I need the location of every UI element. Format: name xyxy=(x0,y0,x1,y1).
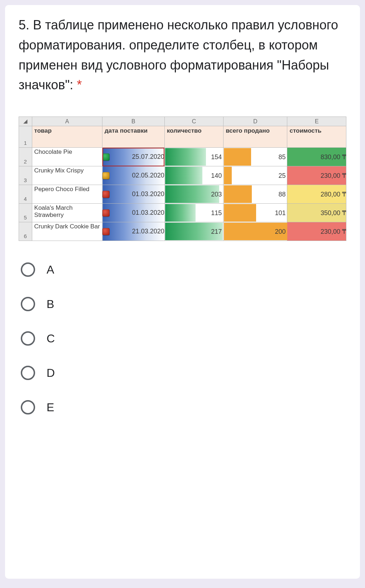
cost-cell: 830,00 ₸ xyxy=(287,148,346,166)
header-sold: всего продано xyxy=(224,126,287,148)
date-value: 25.07.2020 xyxy=(132,153,164,161)
cost-cell: 230,00 ₸ xyxy=(287,222,346,241)
radio-circle-icon[interactable] xyxy=(21,297,35,311)
sold-cell: 25 xyxy=(224,166,287,185)
qty-value: 115 xyxy=(211,209,222,217)
question-text-body: В таблице применено несколько правил усл… xyxy=(19,18,338,92)
product-cell: Koala's March Strawberry xyxy=(32,204,102,222)
row-number: 1 xyxy=(19,126,32,148)
red-square-icon xyxy=(102,191,110,198)
qty-cell: 115 xyxy=(164,204,224,222)
col-letter: E xyxy=(287,117,346,126)
qty-value: 154 xyxy=(211,153,222,161)
qty-value: 203 xyxy=(211,190,222,198)
options-group: ABCDE xyxy=(19,262,346,414)
cost-cell: 350,00 ₸ xyxy=(287,204,346,222)
product-cell: Pepero Choco Filled xyxy=(32,185,102,204)
sold-value: 200 xyxy=(275,228,285,235)
radio-circle-icon[interactable] xyxy=(21,366,35,380)
header-product: товар xyxy=(32,126,102,148)
header-qty: количество xyxy=(164,126,224,148)
qty-cell: 217 xyxy=(164,222,224,241)
yellow-square-icon xyxy=(102,172,110,179)
red-square-icon xyxy=(102,228,110,235)
qty-cell: 140 xyxy=(164,166,224,185)
table-row: 4Pepero Choco Filled01.03.202020388280,0… xyxy=(19,185,346,204)
column-letter-row: ◢ A B C D E xyxy=(19,117,346,126)
green-square-icon xyxy=(102,153,110,161)
green-data-bar xyxy=(165,204,196,222)
qty-cell: 203 xyxy=(164,185,224,204)
radio-option-D[interactable]: D xyxy=(21,366,346,380)
orange-data-bar xyxy=(224,148,251,166)
date-cell: 21.03.2020 xyxy=(102,222,165,241)
question-card: 5. В таблице применено несколько правил … xyxy=(5,5,360,579)
cost-cell: 280,00 ₸ xyxy=(287,185,346,204)
header-row: 1 товар дата поставки количество всего п… xyxy=(19,126,346,148)
table-row: 3Crunky Mix Crispy02.05.202014025230,00 … xyxy=(19,166,346,185)
select-all-corner: ◢ xyxy=(19,117,32,126)
sold-value: 88 xyxy=(278,190,285,198)
sold-cell: 200 xyxy=(224,222,287,241)
product-cell: Crunky Dark Cookie Bar xyxy=(32,222,102,241)
sold-cell: 85 xyxy=(224,148,287,166)
red-square-icon xyxy=(102,209,110,217)
qty-value: 140 xyxy=(211,172,222,179)
date-cell: 25.07.2020 xyxy=(102,148,165,166)
radio-option-B[interactable]: B xyxy=(21,297,346,311)
product-cell: Chocolate Pie xyxy=(32,148,102,166)
option-label: C xyxy=(47,332,55,345)
radio-option-C[interactable]: C xyxy=(21,331,346,346)
sold-cell: 101 xyxy=(224,204,287,222)
date-cell: 01.03.2020 xyxy=(102,204,165,222)
header-date: дата поставки xyxy=(102,126,165,148)
date-value: 21.03.2020 xyxy=(132,228,164,235)
cost-cell: 230,00 ₸ xyxy=(287,166,346,185)
date-cell: 01.03.2020 xyxy=(102,185,165,204)
col-letter: D xyxy=(224,117,287,126)
date-value: 02.05.2020 xyxy=(132,172,164,179)
row-number: 2 xyxy=(19,148,32,166)
table-row: 2Chocolate Pie25.07.202015485830,00 ₸ xyxy=(19,148,346,166)
radio-circle-icon[interactable] xyxy=(21,331,35,346)
col-letter: B xyxy=(102,117,165,126)
sold-value: 85 xyxy=(278,153,285,161)
radio-option-A[interactable]: A xyxy=(21,262,346,277)
col-letter: A xyxy=(32,117,102,126)
col-letter: C xyxy=(164,117,224,126)
date-value: 01.03.2020 xyxy=(132,190,164,198)
spreadsheet-image: ◢ A B C D E 1 товар дата поставки количе… xyxy=(19,117,346,241)
table-row: 6Crunky Dark Cookie Bar21.03.20202172002… xyxy=(19,222,346,241)
orange-data-bar xyxy=(224,167,232,184)
green-data-bar xyxy=(165,148,206,166)
radio-option-E[interactable]: E xyxy=(21,400,346,414)
row-number: 4 xyxy=(19,185,32,204)
radio-circle-icon[interactable] xyxy=(21,400,35,414)
required-asterisk: * xyxy=(77,77,82,92)
row-number: 3 xyxy=(19,166,32,185)
green-data-bar xyxy=(165,167,202,184)
sold-value: 25 xyxy=(278,172,285,179)
question-text: 5. xyxy=(19,18,33,32)
product-cell: Crunky Mix Crispy xyxy=(32,166,102,185)
option-label: A xyxy=(47,263,54,276)
table-row: 5Koala's March Strawberry01.03.202011510… xyxy=(19,204,346,222)
date-value: 01.03.2020 xyxy=(132,209,164,217)
date-cell: 02.05.2020 xyxy=(102,166,165,185)
qty-cell: 154 xyxy=(164,148,224,166)
row-number: 5 xyxy=(19,204,32,222)
sold-cell: 88 xyxy=(224,185,287,204)
row-number: 6 xyxy=(19,222,32,241)
orange-data-bar xyxy=(224,204,256,222)
question-title: 5. В таблице применено несколько правил … xyxy=(19,15,346,95)
orange-data-bar xyxy=(224,185,252,203)
option-label: E xyxy=(47,401,54,414)
radio-circle-icon[interactable] xyxy=(21,262,35,277)
option-label: D xyxy=(47,366,55,380)
sold-value: 101 xyxy=(275,209,285,217)
qty-value: 217 xyxy=(211,228,222,235)
header-cost: стоимость xyxy=(287,126,346,148)
option-label: B xyxy=(47,298,54,311)
